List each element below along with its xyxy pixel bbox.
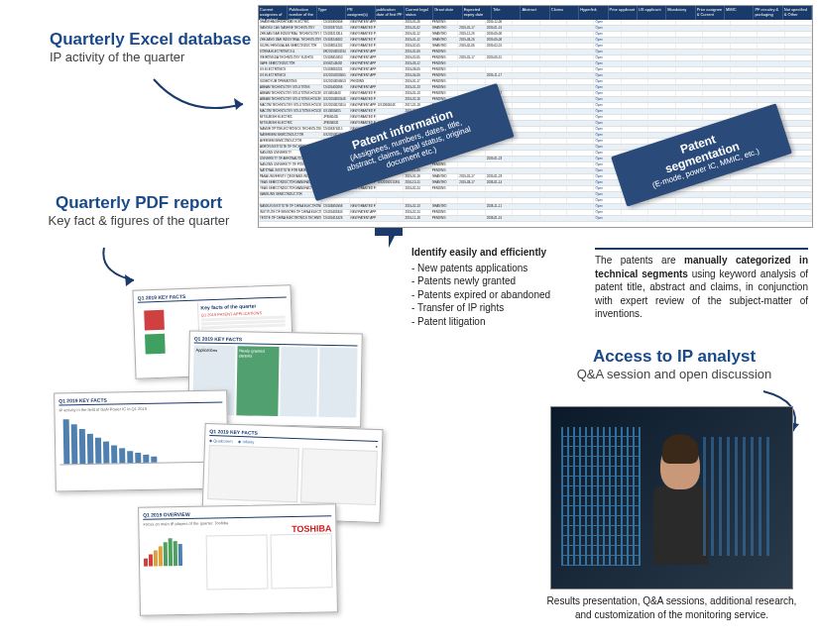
section3-block: Access to IP analyst Q&A session and ope… [555, 347, 793, 381]
analyst-figure [645, 442, 715, 581]
section1-block: Quarterly Excel database IP activity of … [50, 30, 251, 64]
svg-rect-1 [375, 228, 403, 236]
segments-description: The patents are manually categorized in … [595, 248, 808, 321]
section1-heading: Quarterly Excel database [50, 30, 251, 50]
analyst-caption: Results presentation, Q&A sessions, addi… [540, 594, 803, 621]
arrow2 [94, 243, 154, 287]
svg-marker-2 [383, 236, 395, 248]
analyst-image [550, 406, 793, 590]
pdf-thumb-5: Q1 2019 OVERVIEW Focus on main IP player… [138, 503, 338, 615]
arrow1 [149, 74, 258, 124]
svg-marker-0 [234, 98, 243, 110]
section3-sub: Q&A session and open discussion [555, 367, 793, 381]
section2-sub: Key fact & figures of the quarter [30, 213, 248, 228]
sheet-header: Current assignees of the patent familyPu… [259, 6, 812, 20]
arrow-sheet-down [357, 228, 416, 253]
spreadsheet-thumbnail: Current assignees of the patent familyPu… [258, 5, 813, 228]
svg-marker-3 [125, 274, 134, 286]
section2-block: Quarterly PDF report Key fact & figures … [30, 193, 248, 228]
identify-title: Identify easily and efficiently [411, 246, 580, 260]
section2-heading: Quarterly PDF report [30, 193, 248, 213]
section1-sub: IP activity of the quarter [50, 50, 251, 64]
section3-heading: Access to IP analyst [555, 347, 793, 367]
identify-block: Identify easily and efficiently - New pa… [411, 246, 580, 328]
